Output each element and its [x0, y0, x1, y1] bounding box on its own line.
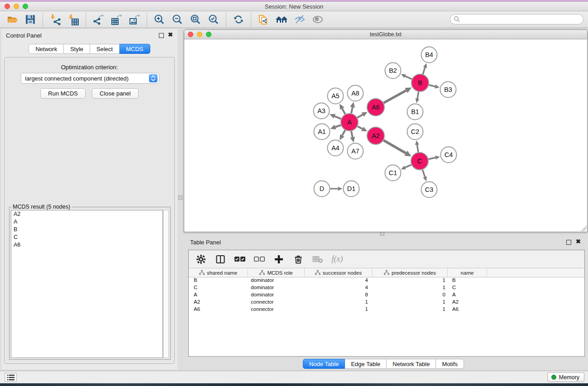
graph-edge-A-A6[interactable]	[357, 114, 363, 118]
tab-network[interactable]: Network	[29, 44, 64, 54]
column-header-mcds-role[interactable]: MCDS role	[248, 268, 305, 277]
graph-node-C1[interactable]: C1	[385, 165, 401, 181]
graph-node-B1[interactable]: B1	[407, 104, 423, 120]
network-canvas[interactable]: B4B2BB3A8A5A6A3B1AA1C2A2A4A7C4CC1C3DD1	[184, 39, 587, 232]
float-table-panel-icon[interactable]	[566, 240, 571, 245]
close-table-panel-icon[interactable]: ✖	[576, 238, 581, 245]
graph-node-C2[interactable]: C2	[407, 124, 423, 140]
refresh-layout-icon[interactable]	[232, 13, 245, 26]
column-header-predecessor-nodes[interactable]: predecessor nodes	[373, 268, 448, 277]
memory-button[interactable]: Memory	[547, 372, 584, 382]
graph-node-A6[interactable]: A6	[367, 99, 384, 116]
graph-node-A5[interactable]: A5	[328, 88, 344, 104]
graph-edge-C-C3[interactable]	[422, 170, 425, 177]
graph-node-A1[interactable]: A1	[314, 124, 330, 140]
table-cell[interactable]: connector	[248, 299, 305, 306]
vertical-splitter-handle[interactable]	[178, 195, 182, 200]
table-cell[interactable]: 1	[373, 285, 448, 292]
table-cell[interactable]: 1	[373, 306, 448, 314]
tab-node-table[interactable]: Node Table	[303, 359, 345, 369]
mcds-result-item[interactable]: B	[11, 226, 163, 234]
graph-node-A2[interactable]: A2	[367, 127, 384, 144]
table-cell[interactable]: 1	[305, 306, 373, 314]
table-row[interactable]: A2connector11A2	[189, 299, 584, 306]
mcds-result-item[interactable]: C	[11, 234, 163, 241]
graph-node-B4[interactable]: B4	[421, 47, 437, 63]
table-cell[interactable]: 1	[373, 277, 448, 285]
table-row[interactable]: Bdominator41B	[189, 277, 584, 285]
import-table-icon[interactable]	[67, 13, 80, 26]
open-session-icon[interactable]	[5, 13, 19, 26]
mcds-result-item[interactable]: A	[11, 218, 163, 226]
mcds-result-item[interactable]: A2	[11, 210, 163, 218]
graph-node-A7[interactable]: A7	[348, 143, 363, 159]
task-history-button[interactable]	[5, 373, 17, 382]
graph-edge-A-A8[interactable]	[351, 107, 353, 114]
close-panel-icon[interactable]: ✖	[168, 31, 173, 38]
tab-style[interactable]: Style	[64, 44, 90, 54]
toggle-column-icon[interactable]	[215, 253, 226, 265]
delete-table-icon[interactable]	[312, 253, 324, 265]
graph-node-A8[interactable]: A8	[348, 86, 363, 101]
search-input[interactable]	[450, 14, 583, 24]
select-all-icon[interactable]	[234, 253, 246, 265]
graph-node-A[interactable]: A	[341, 114, 358, 131]
table-cell[interactable]: A2	[189, 299, 248, 306]
graph-node-D[interactable]: D	[314, 181, 330, 197]
import-network-icon[interactable]	[48, 13, 62, 26]
tab-network-table[interactable]: Network Table	[387, 359, 436, 369]
function-builder-icon[interactable]: f(x)	[331, 253, 343, 265]
zoom-selected-icon[interactable]	[207, 13, 220, 26]
export-table-icon[interactable]	[110, 13, 123, 26]
table-cell[interactable]: dominator	[248, 277, 305, 285]
graph-edge-A-A5[interactable]	[342, 109, 345, 114]
table-cell[interactable]: A	[189, 292, 248, 299]
mcds-result-scrollbar[interactable]	[163, 210, 169, 358]
table-cell[interactable]: C	[189, 285, 248, 292]
table-cell[interactable]: 1	[373, 299, 448, 306]
graph-node-A3[interactable]: A3	[314, 103, 330, 119]
graph-edge-B-B2[interactable]	[405, 76, 412, 79]
table-settings-icon[interactable]	[195, 253, 207, 265]
zoom-fit-icon[interactable]	[189, 13, 202, 26]
hide-graphics-icon[interactable]	[293, 13, 306, 26]
mcds-result-item[interactable]: A6	[11, 241, 163, 249]
graph-edge-A-A2[interactable]	[358, 126, 363, 129]
graph-node-C4[interactable]: C4	[441, 147, 457, 163]
graph-edge-B-B1[interactable]	[417, 92, 419, 99]
graph-edge-C-C2[interactable]	[417, 145, 418, 152]
table-cell[interactable]: 4	[305, 285, 373, 292]
table-cell[interactable]: A6	[189, 306, 248, 314]
graph-edge-B-B3[interactable]	[429, 85, 435, 86]
window-resize-grip[interactable]	[580, 225, 587, 231]
tab-mcds[interactable]: MCDS	[120, 44, 150, 54]
table-cell[interactable]: A2	[448, 299, 487, 306]
table-cell[interactable]: C	[448, 285, 487, 292]
graph-edge-A-A3[interactable]	[335, 116, 341, 119]
table-cell[interactable]: 8	[305, 292, 373, 299]
table-cell[interactable]: B	[189, 277, 248, 285]
close-panel-button[interactable]: Close panel	[92, 88, 139, 99]
run-mcds-button[interactable]: Run MCDS	[40, 88, 86, 99]
zoom-out-icon[interactable]	[171, 13, 184, 26]
graph-edge-A2-C[interactable]	[383, 140, 406, 153]
table-cell[interactable]: 4	[305, 277, 373, 285]
graph-node-B3[interactable]: B3	[440, 82, 456, 98]
table-cell[interactable]: dominator	[248, 292, 305, 299]
table-row[interactable]: Cdominator41C	[189, 285, 584, 292]
graph-edge-C-C4[interactable]	[429, 157, 436, 159]
graph-edge-A-A4[interactable]	[342, 130, 345, 136]
delete-rows-icon[interactable]	[292, 253, 304, 265]
graph-node-B[interactable]: B	[411, 74, 429, 91]
tab-edge-table[interactable]: Edge Table	[345, 359, 387, 369]
graph-edge-A-A1[interactable]	[335, 125, 341, 127]
graph-node-D1[interactable]: D1	[344, 181, 359, 197]
column-header-shared-name[interactable]: shared name	[189, 268, 248, 277]
float-panel-icon[interactable]	[159, 33, 164, 38]
table-cell[interactable]: connector	[248, 306, 305, 314]
save-session-icon[interactable]	[24, 13, 37, 26]
table-cell[interactable]: A	[448, 292, 487, 299]
table-cell[interactable]: 0	[373, 292, 448, 299]
column-header-successor-nodes[interactable]: successor nodes	[305, 268, 373, 277]
network-window-titlebar[interactable]: testGlobe.txt	[184, 30, 587, 39]
